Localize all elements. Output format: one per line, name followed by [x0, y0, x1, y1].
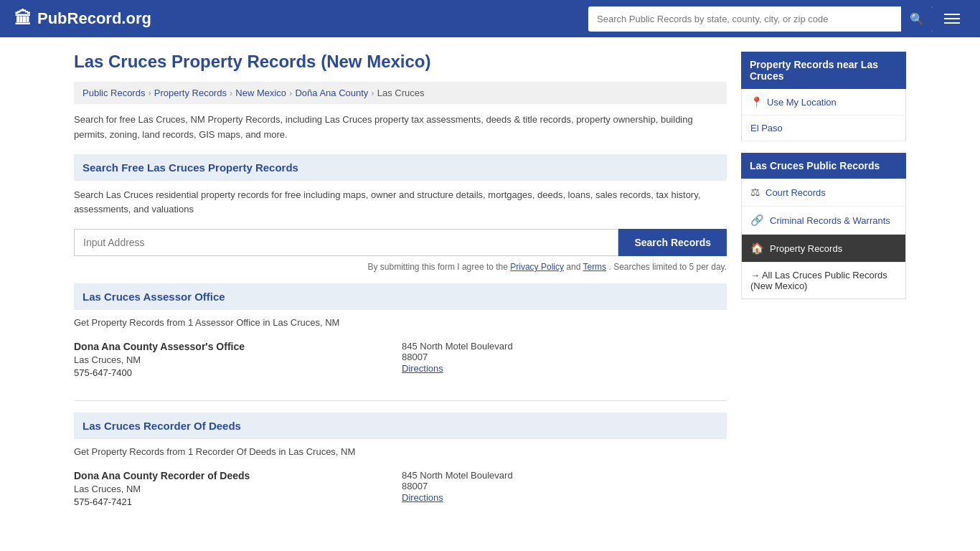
menu-line-3 — [944, 22, 960, 24]
assessor-address: 845 North Motel Boulevard — [402, 341, 727, 352]
sidebar-item-court-records[interactable]: ⚖ Court Records — [741, 179, 906, 207]
header-search-button[interactable]: 🔍 — [901, 6, 933, 32]
recorder-section: Las Cruces Recorder Of Deeds Get Propert… — [74, 413, 727, 515]
form-notice-and: and — [566, 262, 583, 272]
recorder-zip: 88007 — [402, 481, 727, 491]
recorder-section-header: Las Cruces Recorder Of Deeds — [74, 413, 727, 439]
sidebar-nearby-el-paso[interactable]: El Paso — [741, 116, 906, 141]
header-right: 🔍 — [588, 6, 966, 32]
terms-link[interactable]: Terms — [583, 262, 606, 272]
sidebar-public-records-section: Las Cruces Public Records ⚖ Court Record… — [741, 153, 906, 299]
sidebar-property-label: Property Records — [770, 243, 842, 254]
recorder-address: 845 North Motel Boulevard — [402, 470, 727, 481]
sidebar-criminal-label: Criminal Records & Warrants — [770, 215, 890, 226]
form-notice-text: By submitting this form I agree to the — [368, 262, 511, 272]
logo-text: PubRecord.org — [37, 9, 151, 28]
sidebar-nearby-section: Property Records near Las Cruces 📍 Use M… — [741, 52, 906, 141]
recorder-description: Get Property Records from 1 Recorder Of … — [74, 446, 727, 457]
sidebar-nearby-title: Property Records near Las Cruces — [741, 52, 906, 89]
assessor-directions-link[interactable]: Directions — [402, 363, 443, 374]
address-input[interactable] — [74, 229, 618, 256]
recorder-right: 845 North Motel Boulevard 88007 Directio… — [402, 470, 727, 509]
breadcrumb-new-mexico[interactable]: New Mexico — [235, 88, 286, 98]
privacy-policy-link[interactable]: Privacy Policy — [510, 262, 564, 272]
breadcrumb-sep-3: › — [289, 88, 292, 98]
header-search-bar: 🔍 — [588, 6, 933, 32]
assessor-city: Las Cruces, NM — [74, 354, 399, 365]
form-notice-limit: . Searches limited to 5 per day. — [608, 262, 727, 272]
sidebar-court-label: Court Records — [765, 187, 826, 198]
site-header: 🏛 PubRecord.org 🔍 — [0, 0, 980, 37]
use-location-label: Use My Location — [767, 97, 837, 108]
page-description: Search for free Las Cruces, NM Property … — [74, 113, 727, 143]
page-title: Las Cruces Property Records (New Mexico) — [74, 52, 727, 72]
assessor-left: Dona Ana County Assessor's Office Las Cr… — [74, 341, 399, 380]
property-icon: 🏠 — [750, 242, 764, 255]
sidebar-item-criminal-records[interactable]: 🔗 Criminal Records & Warrants — [741, 207, 906, 235]
search-records-button[interactable]: Search Records — [618, 229, 727, 256]
sidebar: Property Records near Las Cruces 📍 Use M… — [741, 52, 906, 529]
recorder-directions-link[interactable]: Directions — [402, 492, 443, 503]
search-form-container: Search Las Cruces residential property r… — [74, 188, 727, 273]
criminal-icon: 🔗 — [750, 214, 764, 227]
sidebar-item-property-records[interactable]: 🏠 Property Records — [741, 235, 906, 263]
assessor-description: Get Property Records from 1 Assessor Off… — [74, 317, 727, 328]
breadcrumb: Public Records › Property Records › New … — [74, 82, 727, 104]
search-description: Search Las Cruces residential property r… — [74, 188, 727, 218]
breadcrumb-sep-2: › — [230, 88, 232, 98]
recorder-left: Dona Ana County Recorder of Deeds Las Cr… — [74, 470, 399, 509]
recorder-phone: 575-647-7421 — [74, 496, 399, 507]
logo-icon: 🏛 — [14, 9, 32, 29]
assessor-office-card: Dona Ana County Assessor's Office Las Cr… — [74, 335, 727, 386]
header-search-input[interactable] — [588, 8, 901, 30]
assessor-right: 845 North Motel Boulevard 88007 Directio… — [402, 341, 727, 380]
recorder-name: Dona Ana County Recorder of Deeds — [74, 470, 399, 481]
menu-line-2 — [944, 18, 960, 19]
main-content: Las Cruces Property Records (New Mexico)… — [74, 52, 727, 529]
location-icon: 📍 — [750, 96, 763, 108]
search-section-header: Search Free Las Cruces Property Records — [74, 154, 727, 181]
address-form: Search Records — [74, 229, 727, 256]
divider-1 — [74, 400, 727, 401]
site-logo[interactable]: 🏛 PubRecord.org — [14, 9, 151, 29]
breadcrumb-public-records[interactable]: Public Records — [83, 88, 145, 98]
assessor-phone: 575-647-7400 — [74, 367, 399, 378]
court-icon: ⚖ — [750, 186, 760, 199]
sidebar-all-public-records[interactable]: → All Las Cruces Public Records (New Mex… — [741, 263, 906, 299]
assessor-zip: 88007 — [402, 352, 727, 362]
assessor-name: Dona Ana County Assessor's Office — [74, 341, 399, 352]
assessor-section: Las Cruces Assessor Office Get Property … — [74, 283, 727, 386]
form-notice: By submitting this form I agree to the P… — [74, 262, 727, 272]
main-wrapper: Las Cruces Property Records (New Mexico)… — [60, 37, 920, 544]
breadcrumb-sep-4: › — [371, 88, 374, 98]
recorder-city: Las Cruces, NM — [74, 484, 399, 494]
breadcrumb-sep-1: › — [148, 88, 151, 98]
breadcrumb-dona-ana[interactable]: Doña Ana County — [295, 88, 368, 98]
breadcrumb-las-cruces: Las Cruces — [377, 88, 425, 98]
recorder-office-card: Dona Ana County Recorder of Deeds Las Cr… — [74, 464, 727, 515]
menu-button[interactable] — [938, 11, 966, 27]
sidebar-public-records-title: Las Cruces Public Records — [741, 153, 906, 179]
sidebar-all-label: → All Las Cruces Public Records (New Mex… — [750, 270, 897, 291]
sidebar-use-location[interactable]: 📍 Use My Location — [741, 89, 906, 116]
search-icon: 🔍 — [910, 13, 924, 25]
menu-line-1 — [944, 14, 960, 15]
breadcrumb-property-records[interactable]: Property Records — [154, 88, 227, 98]
assessor-section-header: Las Cruces Assessor Office — [74, 283, 727, 310]
